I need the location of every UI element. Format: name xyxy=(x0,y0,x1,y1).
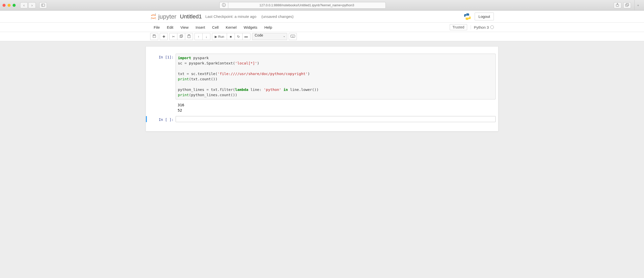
svg-rect-13 xyxy=(181,35,183,37)
command-palette-button[interactable] xyxy=(289,33,297,40)
jupyter-brand-text: jupyter xyxy=(158,13,176,20)
code-cell[interactable]: In [ ]: xyxy=(146,116,498,122)
cell-type-select[interactable]: Code xyxy=(252,33,287,40)
menu-widgets[interactable]: Widgets xyxy=(240,24,261,31)
restart-button[interactable]: ↻ xyxy=(235,33,243,40)
restart-icon: ↻ xyxy=(237,35,240,39)
run-icon: ▶ xyxy=(215,35,217,39)
copy-button[interactable] xyxy=(177,33,185,40)
interrupt-button[interactable]: ■ xyxy=(227,33,235,40)
svg-point-6 xyxy=(155,14,156,14)
chevron-right-icon: › xyxy=(31,3,33,7)
toolbar: ✚ ✂ ↑ ↓ ▶ Run ■ ↻ ▸▸ Code xyxy=(0,32,644,41)
kernel-idle-icon xyxy=(490,25,494,29)
keyboard-icon xyxy=(291,35,295,38)
save-icon xyxy=(153,34,156,39)
move-down-button[interactable]: ↓ xyxy=(202,33,210,40)
share-button[interactable] xyxy=(614,2,621,8)
menu-insert[interactable]: Insert xyxy=(192,24,209,31)
window-controls xyxy=(3,4,16,7)
save-button[interactable] xyxy=(150,33,158,40)
unsaved-indicator: (unsaved changes) xyxy=(262,14,294,19)
plus-icon: + xyxy=(637,3,639,7)
nav-buttons: ‹ › xyxy=(20,2,36,8)
svg-rect-5 xyxy=(626,3,629,6)
cell-type-value: Code xyxy=(255,33,263,37)
svg-rect-12 xyxy=(180,35,182,38)
jupyter-icon xyxy=(150,13,157,20)
svg-rect-4 xyxy=(625,4,628,6)
input-prompt: In [ ]: xyxy=(148,116,176,122)
tabs-icon xyxy=(625,3,629,7)
chevron-left-icon: ‹ xyxy=(23,3,25,7)
url-bar-group: ⓘ 127.0.0.1:8888/notebooks/Untitled1.ipy… xyxy=(219,2,386,9)
code-input[interactable] xyxy=(176,116,496,122)
menu-cell[interactable]: Cell xyxy=(209,24,222,31)
svg-rect-0 xyxy=(42,4,45,6)
svg-rect-16 xyxy=(291,35,295,38)
forward-button[interactable]: › xyxy=(28,2,36,8)
svg-rect-11 xyxy=(153,35,155,36)
sidebar-toggle-button[interactable] xyxy=(39,2,47,8)
fast-forward-icon: ▸▸ xyxy=(245,35,248,39)
scissors-icon: ✂ xyxy=(172,35,175,39)
new-tab-button[interactable]: + xyxy=(634,0,641,11)
output-prompt xyxy=(148,101,176,115)
info-icon: ⓘ xyxy=(222,3,226,8)
menu-kernel[interactable]: Kernel xyxy=(222,24,240,31)
run-label: Run xyxy=(218,35,224,39)
input-prompt: In [1]: xyxy=(148,54,176,99)
output-cell: 316 52 xyxy=(146,101,498,115)
restart-run-all-button[interactable]: ▸▸ xyxy=(242,33,250,40)
svg-point-8 xyxy=(155,18,156,19)
arrow-down-icon: ↓ xyxy=(206,35,207,39)
notebook-container: In [1]:import pyspark sc = pyspark.Spark… xyxy=(146,46,498,131)
jupyter-logo[interactable]: jupyter xyxy=(150,13,176,20)
add-cell-button[interactable]: ✚ xyxy=(160,33,168,40)
svg-point-9 xyxy=(466,14,467,14)
notebook-title[interactable]: Untitled1 xyxy=(180,13,202,20)
menu-edit[interactable]: Edit xyxy=(163,24,177,31)
copy-icon xyxy=(180,34,183,39)
maximize-window-button[interactable] xyxy=(13,4,16,7)
browser-chrome: ‹ › ⓘ 127.0.0.1:8888/notebooks/Untitled1… xyxy=(0,0,644,11)
share-icon xyxy=(616,3,619,8)
url-text: 127.0.0.1:8888/notebooks/Untitled1.ipynb… xyxy=(260,3,354,7)
cut-button[interactable]: ✂ xyxy=(169,33,177,40)
python-logo-icon xyxy=(464,13,471,20)
close-window-button[interactable] xyxy=(3,4,6,7)
code-cell[interactable]: In [1]:import pyspark sc = pyspark.Spark… xyxy=(146,54,498,99)
arrow-up-icon: ↑ xyxy=(198,35,200,39)
notebook-header: jupyter Untitled1 Last Checkpoint: a min… xyxy=(0,11,644,23)
run-button[interactable]: ▶ Run xyxy=(212,33,227,40)
paste-button[interactable] xyxy=(185,33,193,40)
move-up-button[interactable]: ↑ xyxy=(195,33,203,40)
plus-icon: ✚ xyxy=(163,35,165,39)
kernel-name-text: Python 3 xyxy=(474,25,489,29)
output-text: 316 52 xyxy=(176,101,496,115)
back-button[interactable]: ‹ xyxy=(20,2,28,8)
logout-button[interactable]: Logout xyxy=(475,13,494,20)
clipboard-icon xyxy=(187,34,190,39)
menu-view[interactable]: View xyxy=(177,24,192,31)
minimize-window-button[interactable] xyxy=(8,4,11,7)
code-input[interactable]: import pyspark sc = pyspark.SparkContext… xyxy=(176,54,496,99)
svg-point-10 xyxy=(468,19,469,19)
trusted-indicator[interactable]: Trusted xyxy=(450,24,467,30)
checkpoint-text: Last Checkpoint: a minute ago xyxy=(205,14,256,19)
svg-point-7 xyxy=(151,18,152,19)
url-bar[interactable]: 127.0.0.1:8888/notebooks/Untitled1.ipynb… xyxy=(228,2,386,9)
stop-icon: ■ xyxy=(230,35,232,39)
kernel-indicator[interactable]: Python 3 xyxy=(471,25,494,29)
menu-file[interactable]: File xyxy=(150,24,163,31)
sidebar-icon xyxy=(41,3,45,7)
menu-help[interactable]: Help xyxy=(261,24,276,31)
menubar: FileEditViewInsertCellKernelWidgetsHelp … xyxy=(0,23,644,32)
tabs-button[interactable] xyxy=(623,2,631,8)
site-info-button[interactable]: ⓘ xyxy=(219,2,228,9)
